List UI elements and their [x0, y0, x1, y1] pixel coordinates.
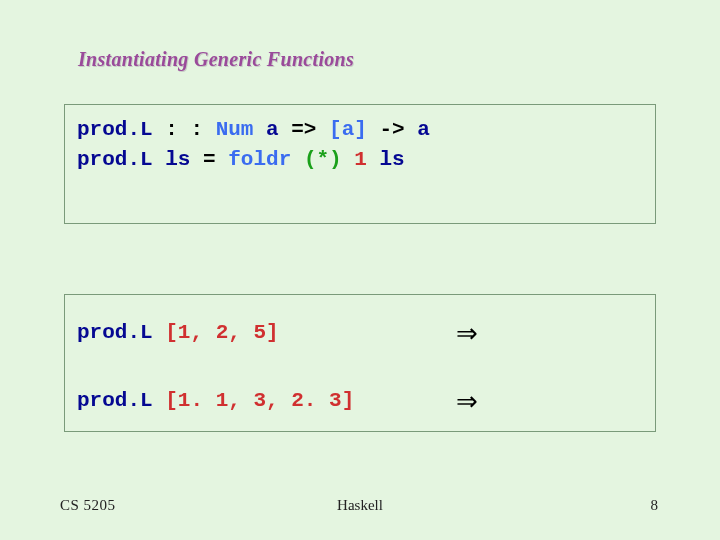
footer-page: 8 [651, 497, 659, 514]
ident-prodl2: prod.L [77, 148, 153, 171]
tok-num: Num [216, 118, 254, 141]
tok-star: (*) [304, 148, 342, 171]
tok-sp [291, 148, 304, 171]
example-1-code: prod.L [1, 2, 5] [77, 318, 407, 348]
tok-a2: a [417, 118, 430, 141]
slide-title: Instantiating Generic Functions [78, 48, 354, 71]
tok-ls: ls [153, 148, 203, 171]
code-line-1: prod.L : : Num a => [a] -> a [77, 115, 643, 145]
tok-fatarrow: => [291, 118, 329, 141]
footer-topic: Haskell [0, 497, 720, 514]
example-row-2: prod.L [1. 1, 3, 2. 3] ⇒ [77, 373, 643, 423]
tok-foldr: foldr [228, 148, 291, 171]
slide: Instantiating Generic Functions prod.L :… [0, 0, 720, 540]
tok-ls2: ls [380, 148, 405, 171]
lit-ex1: [1, 2, 5] [153, 321, 279, 344]
reduces-to-icon-2: ⇒ [447, 386, 487, 417]
lit-ex2: [1. 1, 3, 2. 3] [153, 389, 355, 412]
definition-box: prod.L : : Num a => [a] -> a prod.L ls =… [64, 104, 656, 224]
ident-prodl-ex2: prod.L [77, 389, 153, 412]
tok-eq: = [203, 148, 228, 171]
ident-prodl: prod.L [77, 118, 153, 141]
tok-list-a: [a] [329, 118, 367, 141]
tok-a: a [253, 118, 291, 141]
example-2-code: prod.L [1. 1, 3, 2. 3] [77, 386, 407, 416]
examples-box: prod.L [1, 2, 5] ⇒ prod.L [1. 1, 3, 2. 3… [64, 294, 656, 432]
ident-prodl-ex1: prod.L [77, 321, 153, 344]
row-spacer [77, 355, 643, 373]
tok-arrow: -> [367, 118, 417, 141]
code-line-2: prod.L ls = foldr (*) 1 ls [77, 145, 643, 175]
tok-one: 1 [342, 148, 380, 171]
tok-coloncolon: : : [153, 118, 216, 141]
reduces-to-icon: ⇒ [447, 318, 487, 349]
example-row-1: prod.L [1, 2, 5] ⇒ [77, 305, 643, 355]
